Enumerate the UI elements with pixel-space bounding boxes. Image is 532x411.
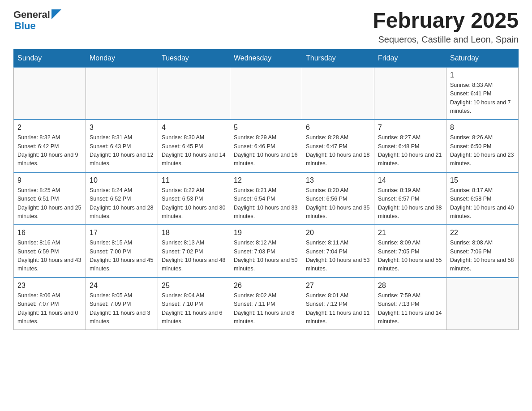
col-header-friday: Friday: [374, 49, 446, 67]
day-info: Sunrise: 8:28 AMSunset: 6:47 PMDaylight:…: [306, 133, 370, 168]
calendar-cell: 14Sunrise: 8:19 AMSunset: 6:57 PMDayligh…: [374, 172, 446, 225]
calendar-cell: 8Sunrise: 8:26 AMSunset: 6:50 PMDaylight…: [446, 120, 519, 172]
day-info: Sunrise: 8:16 AMSunset: 6:59 PMDaylight:…: [17, 239, 82, 274]
calendar-cell: 3Sunrise: 8:31 AMSunset: 6:43 PMDaylight…: [86, 120, 158, 172]
svg-marker-0: [51, 9, 61, 19]
col-header-saturday: Saturday: [446, 49, 519, 67]
day-number: 22: [450, 229, 515, 237]
calendar-cell: 15Sunrise: 8:17 AMSunset: 6:58 PMDayligh…: [446, 172, 519, 225]
day-info: Sunrise: 8:06 AMSunset: 7:07 PMDaylight:…: [17, 291, 82, 326]
calendar-cell: 20Sunrise: 8:11 AMSunset: 7:04 PMDayligh…: [302, 225, 374, 278]
logo-arrow-icon: [51, 9, 61, 19]
calendar-cell: 25Sunrise: 8:04 AMSunset: 7:10 PMDayligh…: [158, 278, 230, 330]
day-number: 18: [162, 229, 226, 237]
day-number: 27: [306, 282, 370, 290]
day-number: 12: [234, 176, 298, 184]
day-number: 16: [17, 229, 82, 237]
calendar-cell: 12Sunrise: 8:21 AMSunset: 6:54 PMDayligh…: [230, 172, 302, 225]
calendar-cell: [86, 67, 158, 120]
logo-text-blue: Blue: [14, 20, 61, 31]
calendar-header-row: SundayMondayTuesdayWednesdayThursdayFrid…: [14, 49, 519, 67]
day-info: Sunrise: 8:05 AMSunset: 7:09 PMDaylight:…: [90, 291, 154, 326]
day-number: 10: [90, 176, 154, 184]
day-number: 6: [306, 124, 370, 132]
calendar-cell: 26Sunrise: 8:02 AMSunset: 7:11 PMDayligh…: [230, 278, 302, 330]
calendar-body: 1Sunrise: 8:33 AMSunset: 6:41 PMDaylight…: [14, 67, 519, 330]
col-header-sunday: Sunday: [14, 49, 86, 67]
col-header-tuesday: Tuesday: [158, 49, 230, 67]
calendar-cell: 17Sunrise: 8:15 AMSunset: 7:00 PMDayligh…: [86, 225, 158, 278]
day-number: 19: [234, 229, 298, 237]
day-info: Sunrise: 8:31 AMSunset: 6:43 PMDaylight:…: [90, 133, 154, 168]
calendar-cell: 28Sunrise: 7:59 AMSunset: 7:13 PMDayligh…: [374, 278, 446, 330]
day-info: Sunrise: 8:21 AMSunset: 6:54 PMDaylight:…: [234, 186, 298, 221]
calendar-cell: 21Sunrise: 8:09 AMSunset: 7:05 PMDayligh…: [374, 225, 446, 278]
title-section: February 2025 Sequeros, Castille and Leo…: [373, 9, 519, 45]
day-info: Sunrise: 8:04 AMSunset: 7:10 PMDaylight:…: [162, 291, 226, 326]
day-info: Sunrise: 8:13 AMSunset: 7:02 PMDaylight:…: [162, 239, 226, 274]
day-info: Sunrise: 8:15 AMSunset: 7:00 PMDaylight:…: [90, 239, 154, 274]
calendar-cell: 7Sunrise: 8:27 AMSunset: 6:48 PMDaylight…: [374, 120, 446, 172]
day-number: 5: [234, 124, 298, 132]
day-number: 28: [378, 282, 442, 290]
calendar-cell: 1Sunrise: 8:33 AMSunset: 6:41 PMDaylight…: [446, 67, 519, 120]
calendar-cell: 18Sunrise: 8:13 AMSunset: 7:02 PMDayligh…: [158, 225, 230, 278]
day-number: 1: [450, 71, 515, 79]
day-info: Sunrise: 8:19 AMSunset: 6:57 PMDaylight:…: [378, 186, 442, 221]
day-info: Sunrise: 8:11 AMSunset: 7:04 PMDaylight:…: [306, 239, 370, 274]
calendar-cell: 9Sunrise: 8:25 AMSunset: 6:51 PMDaylight…: [14, 172, 86, 225]
day-info: Sunrise: 8:26 AMSunset: 6:50 PMDaylight:…: [450, 133, 515, 168]
calendar-cell: 5Sunrise: 8:29 AMSunset: 6:46 PMDaylight…: [230, 120, 302, 172]
calendar-cell: [14, 67, 86, 120]
day-number: 13: [306, 176, 370, 184]
calendar-cell: [302, 67, 374, 120]
week-row-3: 9Sunrise: 8:25 AMSunset: 6:51 PMDaylight…: [14, 172, 519, 225]
calendar-cell: 19Sunrise: 8:12 AMSunset: 7:03 PMDayligh…: [230, 225, 302, 278]
location-subtitle: Sequeros, Castille and Leon, Spain: [373, 34, 519, 45]
day-info: Sunrise: 8:25 AMSunset: 6:51 PMDaylight:…: [17, 186, 82, 221]
week-row-5: 23Sunrise: 8:06 AMSunset: 7:07 PMDayligh…: [14, 278, 519, 330]
day-info: Sunrise: 8:22 AMSunset: 6:53 PMDaylight:…: [162, 186, 226, 221]
month-title: February 2025: [373, 9, 519, 33]
col-header-wednesday: Wednesday: [230, 49, 302, 67]
calendar-cell: [374, 67, 446, 120]
day-number: 8: [450, 124, 515, 132]
week-row-4: 16Sunrise: 8:16 AMSunset: 6:59 PMDayligh…: [14, 225, 519, 278]
calendar-cell: 16Sunrise: 8:16 AMSunset: 6:59 PMDayligh…: [14, 225, 86, 278]
day-number: 15: [450, 176, 515, 184]
day-info: Sunrise: 8:27 AMSunset: 6:48 PMDaylight:…: [378, 133, 442, 168]
col-header-thursday: Thursday: [302, 49, 374, 67]
day-info: Sunrise: 8:33 AMSunset: 6:41 PMDaylight:…: [450, 81, 515, 116]
logo-text-general: General: [13, 9, 50, 20]
calendar-cell: [446, 278, 519, 330]
calendar-cell: 27Sunrise: 8:01 AMSunset: 7:12 PMDayligh…: [302, 278, 374, 330]
day-number: 21: [378, 229, 442, 237]
calendar-cell: 23Sunrise: 8:06 AMSunset: 7:07 PMDayligh…: [14, 278, 86, 330]
calendar-cell: 24Sunrise: 8:05 AMSunset: 7:09 PMDayligh…: [86, 278, 158, 330]
day-info: Sunrise: 7:59 AMSunset: 7:13 PMDaylight:…: [378, 291, 442, 326]
calendar-cell: 11Sunrise: 8:22 AMSunset: 6:53 PMDayligh…: [158, 172, 230, 225]
day-info: Sunrise: 8:30 AMSunset: 6:45 PMDaylight:…: [162, 133, 226, 168]
page-header: General Blue February 2025 Sequeros, Cas…: [13, 9, 519, 45]
day-number: 14: [378, 176, 442, 184]
calendar-cell: 10Sunrise: 8:24 AMSunset: 6:52 PMDayligh…: [86, 172, 158, 225]
day-info: Sunrise: 8:24 AMSunset: 6:52 PMDaylight:…: [90, 186, 154, 221]
calendar-table: SundayMondayTuesdayWednesdayThursdayFrid…: [13, 49, 519, 330]
day-number: 7: [378, 124, 442, 132]
calendar-cell: [158, 67, 230, 120]
day-info: Sunrise: 8:17 AMSunset: 6:58 PMDaylight:…: [450, 186, 515, 221]
day-info: Sunrise: 8:08 AMSunset: 7:06 PMDaylight:…: [450, 239, 515, 274]
day-number: 4: [162, 124, 226, 132]
day-number: 9: [17, 176, 82, 184]
day-number: 23: [17, 282, 82, 290]
day-number: 3: [90, 124, 154, 132]
day-number: 11: [162, 176, 226, 184]
day-number: 20: [306, 229, 370, 237]
week-row-2: 2Sunrise: 8:32 AMSunset: 6:42 PMDaylight…: [14, 120, 519, 172]
day-info: Sunrise: 8:29 AMSunset: 6:46 PMDaylight:…: [234, 133, 298, 168]
day-info: Sunrise: 8:01 AMSunset: 7:12 PMDaylight:…: [306, 291, 370, 326]
calendar-cell: 2Sunrise: 8:32 AMSunset: 6:42 PMDaylight…: [14, 120, 86, 172]
day-number: 26: [234, 282, 298, 290]
day-info: Sunrise: 8:09 AMSunset: 7:05 PMDaylight:…: [378, 239, 442, 274]
calendar-cell: 4Sunrise: 8:30 AMSunset: 6:45 PMDaylight…: [158, 120, 230, 172]
